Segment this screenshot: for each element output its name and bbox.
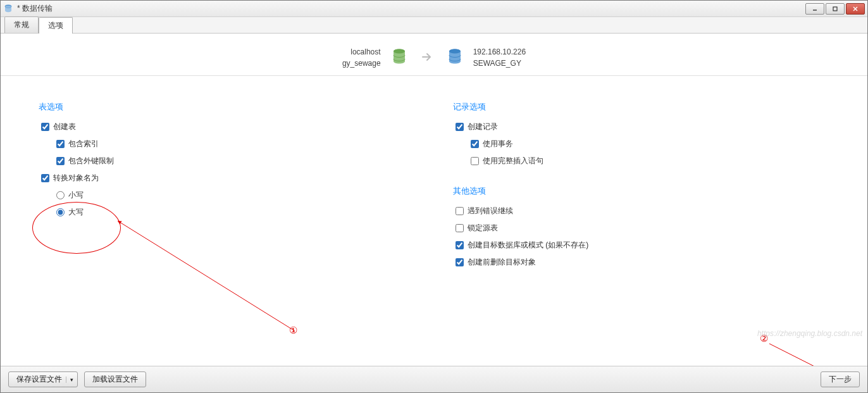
- drop-target-first-checkbox[interactable]: [456, 258, 464, 266]
- target-info: 192.168.10.226 SEWAGE_GY: [473, 46, 526, 69]
- annotation-arrow-2: [766, 340, 848, 366]
- use-transaction-checkbox[interactable]: [471, 140, 479, 148]
- full-insert-checkbox[interactable]: [471, 157, 479, 165]
- footer-bar: 保存设置文件 ▾ 加载设置文件 下一步: [1, 366, 867, 392]
- include-fk-label[interactable]: 包含外键限制: [68, 156, 114, 166]
- uppercase-radio[interactable]: [56, 208, 65, 216]
- use-transaction-label[interactable]: 使用事务: [483, 139, 513, 149]
- include-index-label[interactable]: 包含索引: [68, 139, 99, 149]
- database-target-icon: [447, 48, 463, 68]
- window-title: * 数据传输: [17, 3, 53, 14]
- uppercase-label[interactable]: 大写: [68, 207, 84, 218]
- titlebar: * 数据传输: [1, 1, 867, 17]
- maximize-button[interactable]: [826, 3, 845, 15]
- tab-general[interactable]: 常规: [4, 16, 39, 33]
- continue-on-error-checkbox[interactable]: [456, 207, 464, 215]
- app-icon: [3, 4, 13, 14]
- include-index-row: 包含索引: [39, 139, 415, 149]
- lock-source-checkbox[interactable]: [456, 224, 464, 232]
- create-records-row: 创建记录: [453, 122, 829, 132]
- continue-on-error-row: 遇到错误继续: [453, 206, 829, 216]
- continue-on-error-label[interactable]: 遇到错误继续: [468, 206, 513, 216]
- convert-names-label[interactable]: 转换对象名为: [53, 173, 99, 184]
- lock-source-label[interactable]: 锁定源表: [468, 223, 498, 234]
- content-area: localhost gy_sewage 192.168.10.226 SEWAG…: [1, 34, 867, 366]
- table-options-column: 表选项 创建表 包含索引 包含外键限制 转换对象名为: [39, 101, 415, 274]
- watermark-text: https://zhengqing.blog.csdn.net: [757, 329, 862, 338]
- lock-source-row: 锁定源表: [453, 223, 829, 234]
- create-target-schema-checkbox[interactable]: [456, 241, 464, 249]
- create-table-checkbox[interactable]: [41, 123, 49, 131]
- create-records-checkbox[interactable]: [456, 123, 464, 131]
- full-insert-row: 使用完整插入语句: [453, 156, 829, 166]
- target-host: 192.168.10.226: [473, 46, 526, 58]
- lowercase-radio[interactable]: [56, 191, 65, 199]
- target-db: SEWAGE_GY: [473, 58, 526, 69]
- drop-target-first-row: 创建前删除目标对象: [453, 257, 829, 268]
- uppercase-row: 大写: [39, 207, 415, 218]
- svg-line-11: [769, 344, 836, 366]
- include-fk-row: 包含外键限制: [39, 156, 415, 166]
- chevron-down-icon: ▾: [66, 377, 73, 383]
- source-host: localhost: [342, 46, 381, 58]
- window-controls: [805, 3, 865, 15]
- other-options-heading: 其他选项: [453, 185, 829, 197]
- save-profile-button[interactable]: 保存设置文件 ▾: [8, 371, 78, 387]
- database-source-icon: [391, 48, 407, 68]
- svg-point-7: [394, 49, 405, 53]
- use-transaction-row: 使用事务: [453, 139, 829, 149]
- source-db: gy_sewage: [342, 58, 381, 69]
- create-target-schema-label[interactable]: 创建目标数据库或模式 (如果不存在): [468, 240, 588, 251]
- svg-rect-3: [833, 7, 837, 11]
- right-column: 记录选项 创建记录 使用事务 使用完整插入语句 其他选项 遇到错误继: [453, 101, 829, 274]
- tab-options[interactable]: 选项: [39, 17, 73, 34]
- create-table-label[interactable]: 创建表: [53, 122, 76, 132]
- drop-target-first-label[interactable]: 创建前删除目标对象: [468, 257, 536, 268]
- close-button[interactable]: [846, 3, 865, 15]
- annotation-callout-1: ①: [289, 325, 297, 336]
- save-profile-label: 保存设置文件: [16, 374, 62, 385]
- convert-names-checkbox[interactable]: [41, 174, 49, 182]
- minimize-button[interactable]: [805, 3, 824, 15]
- source-info: localhost gy_sewage: [342, 46, 381, 69]
- transfer-summary: localhost gy_sewage 192.168.10.226 SEWAG…: [1, 34, 867, 76]
- create-records-label[interactable]: 创建记录: [468, 122, 498, 132]
- lowercase-label[interactable]: 小写: [68, 190, 84, 201]
- include-fk-checkbox[interactable]: [56, 157, 65, 165]
- record-options-heading: 记录选项: [453, 101, 829, 113]
- table-options-heading: 表选项: [39, 101, 415, 113]
- options-area: 表选项 创建表 包含索引 包含外键限制 转换对象名为: [1, 76, 867, 274]
- svg-point-9: [449, 49, 461, 53]
- annotation-callout-2: ②: [760, 333, 768, 344]
- full-insert-label[interactable]: 使用完整插入语句: [483, 156, 543, 166]
- arrow-right-icon: [418, 51, 437, 65]
- create-target-schema-row: 创建目标数据库或模式 (如果不存在): [453, 240, 829, 251]
- tab-strip: 常规 选项: [1, 17, 867, 34]
- lowercase-row: 小写: [39, 190, 415, 201]
- load-profile-button[interactable]: 加载设置文件: [84, 371, 146, 387]
- include-index-checkbox[interactable]: [56, 140, 65, 148]
- convert-names-row: 转换对象名为: [39, 173, 415, 184]
- create-table-row: 创建表: [39, 122, 415, 132]
- next-button[interactable]: 下一步: [821, 371, 860, 387]
- app-window: * 数据传输 常规 选项 localhost gy_sewage: [0, 0, 868, 393]
